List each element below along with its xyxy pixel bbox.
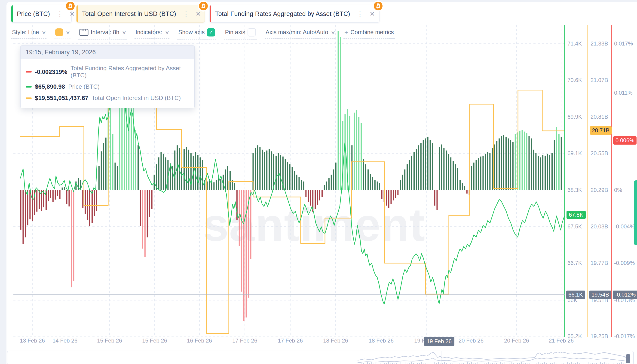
x-axis-date-label: 13 Feb 26 bbox=[20, 338, 45, 344]
tab-price-btc[interactable]: Price (BTC) ⋮ ✕ ₿ bbox=[11, 5, 72, 23]
tab-accent-bar bbox=[11, 5, 13, 22]
series-dash-icon bbox=[26, 71, 32, 72]
price-axis-tick: 71.4K bbox=[567, 40, 582, 47]
close-icon[interactable]: ✕ bbox=[196, 10, 201, 18]
tab-open-interest[interactable]: Total Open Interest in USD (BTC) ⋮ ✕ ₿ bbox=[76, 5, 205, 23]
tab-accent-bar bbox=[210, 5, 211, 22]
close-icon[interactable]: ✕ bbox=[370, 10, 375, 18]
tab-accent-bar bbox=[77, 5, 78, 22]
x-axis-date-label: 20 Feb 26 bbox=[459, 338, 483, 344]
bitcoin-badge-icon: ₿ bbox=[65, 1, 75, 11]
funding-axis-tick: -0.004% bbox=[614, 223, 635, 230]
vertical-scrollbar-thumb[interactable] bbox=[634, 180, 637, 245]
x-axis-date-label: 16 Feb 26 bbox=[187, 338, 212, 344]
more-options-icon[interactable]: ⋮ bbox=[357, 10, 364, 18]
bitcoin-badge-icon: ₿ bbox=[373, 1, 383, 11]
minimap-canvas bbox=[8, 351, 633, 364]
tab-funding-rates[interactable]: Total Funding Rates Aggregated by Asset … bbox=[209, 5, 379, 23]
tooltip-row: -0.002319%Total Funding Rates Aggregated… bbox=[21, 62, 194, 81]
open_interest-axis-tick: 20.55B bbox=[590, 150, 608, 156]
open_interest-axis-tick: 20.81B bbox=[590, 114, 608, 120]
x-axis-date-label: 17 Feb 26 bbox=[232, 338, 257, 344]
open_interest-axis-tick: 20.03B bbox=[590, 223, 608, 230]
bitcoin-badge-icon: ₿ bbox=[198, 1, 209, 11]
series-dash-icon bbox=[26, 98, 32, 99]
tooltip-datetime: 19:15, February 19, 2026 bbox=[21, 46, 194, 59]
x-axis-date-label: 17 Feb 26 bbox=[278, 338, 303, 344]
tooltip-metric-name: Total Funding Rates Aggregated by Asset … bbox=[71, 65, 189, 79]
tab-label: Total Open Interest in USD (BTC) bbox=[82, 10, 176, 18]
x-axis-date-label: 15 Feb 26 bbox=[97, 338, 122, 344]
price-axis-tick: 70.6K bbox=[567, 77, 582, 84]
funding-axis-tick: -0.009% bbox=[614, 260, 635, 266]
chart-panel: Price (BTC) ⋮ ✕ ₿ Total Open Interest in… bbox=[7, 2, 637, 364]
tab-label: Total Funding Rates Aggregated by Asset … bbox=[215, 10, 350, 18]
x-axis-crosshair-badge: 19 Feb 26 bbox=[424, 337, 454, 346]
open_interest-latest-badge: 20.71B bbox=[590, 126, 612, 135]
close-icon[interactable]: ✕ bbox=[69, 10, 75, 18]
x-axis-date-label: 15 Feb 26 bbox=[142, 338, 167, 344]
price-axis-tick: 69.9K bbox=[567, 114, 582, 120]
tooltip-metric-name: Price (BTC) bbox=[68, 83, 100, 90]
x-axis-date-label: 14 Feb 26 bbox=[53, 338, 78, 344]
timeline-minimap[interactable] bbox=[7, 350, 634, 364]
tab-label: Price (BTC) bbox=[17, 10, 50, 18]
minimap-drag-handle[interactable] bbox=[626, 354, 630, 363]
tooltip-row: $65,890.98Price (BTC) bbox=[21, 81, 194, 92]
funding-latest-badge: 0.006% bbox=[613, 136, 636, 144]
series-dash-icon bbox=[26, 86, 32, 88]
price-axis-tick: 67.5K bbox=[567, 223, 582, 230]
more-options-icon[interactable]: ⋮ bbox=[56, 10, 63, 18]
tooltip-value: -0.002319% bbox=[35, 68, 67, 76]
funding-crosshair-badge: -0.012% bbox=[613, 290, 637, 299]
open_interest-axis-tick: 21.33B bbox=[590, 40, 608, 47]
funding-axis-tick: 0% bbox=[614, 187, 622, 193]
x-axis-date-label: 21 Feb 26 bbox=[549, 338, 574, 344]
chart-tooltip: 19:15, February 19, 2026 -0.002319%Total… bbox=[20, 45, 195, 108]
x-axis-date-label: 18 Feb 26 bbox=[323, 338, 348, 344]
more-options-icon[interactable]: ⋮ bbox=[183, 10, 190, 18]
open_interest-axis-tick: 20.29B bbox=[590, 187, 608, 193]
x-axis-date-label: 18 Feb 26 bbox=[369, 338, 394, 344]
tooltip-metric-name: Total Open Interest in USD (BTC) bbox=[92, 94, 181, 102]
tooltip-value: $19,551,051,437.67 bbox=[35, 94, 88, 102]
x-axis-date-label: 20 Feb 26 bbox=[504, 338, 529, 344]
open_interest-axis-tick: 21.07B bbox=[590, 77, 608, 84]
price-axis-tick: 66.7K bbox=[567, 260, 582, 266]
tooltip-row: $19,551,051,437.67Total Open Interest in… bbox=[21, 92, 194, 104]
price-axis-tick: 68.3K bbox=[567, 187, 582, 193]
price-latest-badge: 67.8K bbox=[566, 211, 586, 219]
open-interest-crosshair-badge: 19.54B bbox=[589, 290, 611, 299]
tooltip-rows: -0.002319%Total Funding Rates Aggregated… bbox=[21, 59, 194, 108]
funding-axis-tick: 0.017% bbox=[614, 40, 633, 47]
open_interest-axis-tick: 19.77B bbox=[590, 260, 608, 266]
funding-axis-tick: -0.017% bbox=[614, 333, 635, 340]
funding-axis-tick: 0.011% bbox=[614, 90, 632, 96]
tooltip-value: $65,890.98 bbox=[35, 83, 65, 90]
open_interest-axis-tick: 19.25B bbox=[590, 333, 608, 340]
price-crosshair-badge: 66.1K bbox=[566, 290, 585, 299]
price-axis-tick: 69.1K bbox=[567, 150, 582, 156]
